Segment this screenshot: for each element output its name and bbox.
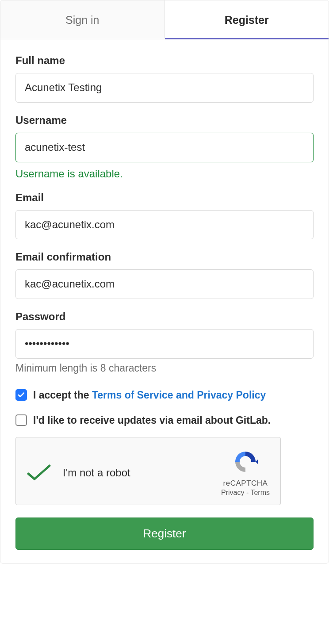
- recaptcha-brand: reCAPTCHA: [221, 479, 270, 488]
- recaptcha-links: Privacy - Terms: [221, 489, 270, 497]
- recaptcha-left: I'm not a robot: [27, 464, 130, 482]
- field-fullname: Full name: [15, 54, 314, 103]
- register-form: Full name Username Username is available…: [0, 39, 329, 563]
- field-email: Email: [15, 192, 314, 240]
- username-input[interactable]: [15, 133, 314, 162]
- email-label: Email: [15, 192, 314, 204]
- password-input[interactable]: [15, 329, 314, 359]
- email-input[interactable]: [15, 210, 314, 240]
- auth-tabs: Sign in Register: [0, 0, 329, 39]
- recaptcha-widget[interactable]: I'm not a robot reCAPTCHA Privacy - Term…: [15, 437, 281, 505]
- field-email-confirm: Email confirmation: [15, 251, 314, 299]
- recaptcha-terms-link[interactable]: Terms: [250, 489, 270, 496]
- tab-signin[interactable]: Sign in: [0, 0, 165, 39]
- auth-panel: Sign in Register Full name Username User…: [0, 0, 329, 564]
- email-confirm-label: Email confirmation: [15, 251, 314, 263]
- fullname-label: Full name: [15, 54, 314, 67]
- tab-signin-label: Sign in: [65, 14, 99, 26]
- email-confirm-input[interactable]: [15, 269, 314, 299]
- recaptcha-privacy-link[interactable]: Privacy: [221, 489, 244, 496]
- tab-register[interactable]: Register: [165, 0, 329, 39]
- checkmark-icon: [27, 464, 51, 482]
- tab-register-label: Register: [225, 14, 269, 26]
- check-icon: [17, 391, 25, 399]
- terms-checkbox[interactable]: [15, 389, 27, 401]
- updates-label: I'd like to receive updates via email ab…: [33, 414, 271, 426]
- recaptcha-sep: -: [245, 489, 251, 496]
- terms-label: I accept the Terms of Service and Privac…: [33, 389, 266, 401]
- terms-prefix: I accept the: [33, 389, 92, 401]
- username-label: Username: [15, 114, 314, 126]
- terms-row: I accept the Terms of Service and Privac…: [15, 389, 314, 401]
- password-hint: Minimum length is 8 characters: [15, 362, 314, 374]
- field-password: Password Minimum length is 8 characters: [15, 310, 314, 374]
- recaptcha-icon: [231, 449, 260, 475]
- recaptcha-right: reCAPTCHA Privacy - Terms: [221, 449, 270, 497]
- recaptcha-label: I'm not a robot: [63, 467, 130, 479]
- fullname-input[interactable]: [15, 73, 314, 103]
- username-status: Username is available.: [15, 168, 314, 180]
- field-username: Username Username is available.: [15, 114, 314, 180]
- terms-link[interactable]: Terms of Service and Privacy Policy: [92, 389, 266, 401]
- password-label: Password: [15, 310, 314, 323]
- register-button[interactable]: Register: [15, 518, 314, 550]
- updates-checkbox[interactable]: [15, 414, 27, 426]
- updates-row: I'd like to receive updates via email ab…: [15, 414, 314, 426]
